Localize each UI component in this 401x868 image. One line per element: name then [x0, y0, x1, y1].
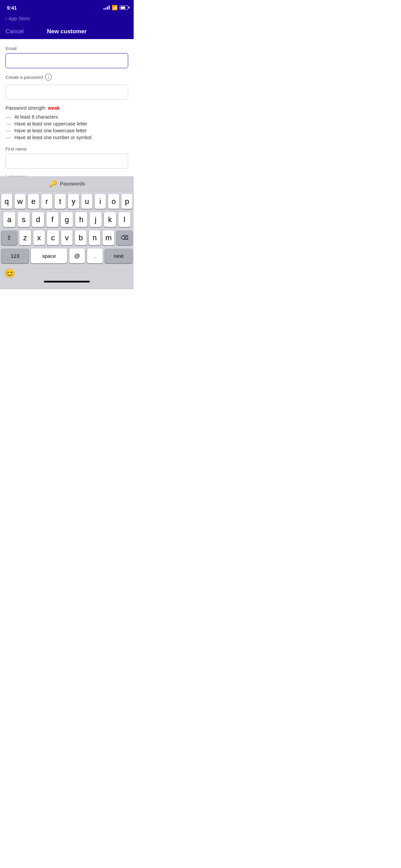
- dot-key[interactable]: .: [87, 249, 103, 263]
- key-row-4: 123 space @ . next: [1, 249, 132, 263]
- keyboard: 🔑 Passwords q w e r t y u i o p a s d f …: [0, 176, 134, 289]
- first-name-input[interactable]: [5, 154, 128, 169]
- key-o[interactable]: o: [108, 194, 119, 209]
- at-key[interactable]: @: [69, 249, 85, 263]
- key-x[interactable]: x: [33, 230, 45, 245]
- req-item: — Have at least one uppercase letter: [5, 121, 128, 126]
- key-d[interactable]: d: [32, 212, 44, 227]
- req-text: Have at least one lowercase letter: [14, 128, 87, 133]
- password-label-row: Create a password i: [5, 74, 128, 81]
- password-label: Create a password: [5, 75, 43, 80]
- key-l[interactable]: l: [118, 212, 131, 227]
- wifi-icon: 📶: [112, 5, 118, 10]
- key-p[interactable]: p: [121, 194, 133, 209]
- status-bar: 9:41 📶: [0, 0, 134, 15]
- key-row-2: a s d f g h j k l: [1, 212, 132, 227]
- key-z[interactable]: z: [19, 230, 31, 245]
- key-q[interactable]: q: [1, 194, 12, 209]
- password-requirements: — At least 8 characters — Have at least …: [5, 114, 128, 140]
- strength-value: weak: [48, 105, 60, 111]
- req-text: At least 8 characters: [14, 114, 58, 120]
- keyboard-bottom-bar: 😊: [0, 267, 134, 279]
- emoji-button[interactable]: 😊: [4, 268, 15, 279]
- status-time: 9:41: [7, 5, 17, 11]
- req-dash: —: [5, 114, 12, 120]
- page-title: New customer: [47, 28, 87, 35]
- numbers-key[interactable]: 123: [1, 249, 29, 263]
- signal-icon: [104, 5, 110, 10]
- key-f[interactable]: f: [46, 212, 59, 227]
- key-g[interactable]: g: [61, 212, 73, 227]
- key-h[interactable]: h: [75, 212, 87, 227]
- key-w[interactable]: w: [14, 194, 26, 209]
- battery-icon: [120, 5, 128, 10]
- key-i[interactable]: i: [95, 194, 106, 209]
- key-u[interactable]: u: [81, 194, 93, 209]
- req-item: — Have at least one lowercase letter: [5, 128, 128, 133]
- space-key[interactable]: space: [31, 249, 67, 263]
- next-key[interactable]: next: [105, 249, 132, 263]
- req-dash: —: [5, 121, 12, 126]
- info-icon[interactable]: i: [45, 74, 52, 81]
- key-n[interactable]: n: [89, 230, 101, 245]
- passwords-bar[interactable]: 🔑 Passwords: [0, 176, 134, 191]
- key-r[interactable]: r: [41, 194, 52, 209]
- app-store-back-bar: ‹ App Store: [0, 15, 134, 24]
- key-j[interactable]: j: [89, 212, 102, 227]
- key-e[interactable]: e: [28, 194, 39, 209]
- password-input[interactable]: [5, 85, 128, 100]
- password-strength-row: Password strength: weak: [5, 105, 128, 111]
- key-row-3: ⇧ z x c v b n m ⌫: [1, 230, 132, 245]
- req-item: — At least 8 characters: [5, 114, 128, 120]
- status-icons: 📶: [104, 5, 128, 10]
- app-store-back-label[interactable]: App Store: [9, 16, 30, 21]
- key-c[interactable]: c: [47, 230, 59, 245]
- key-s[interactable]: s: [17, 212, 30, 227]
- strength-label: Password strength:: [5, 105, 47, 111]
- backspace-key[interactable]: ⌫: [117, 230, 132, 245]
- passwords-label: Passwords: [60, 181, 85, 186]
- key-k[interactable]: k: [104, 212, 116, 227]
- key-v[interactable]: v: [61, 230, 73, 245]
- req-text: Have at least one number or symbol: [14, 135, 92, 140]
- home-indicator: [44, 281, 90, 282]
- req-item: — Have at least one number or symbol: [5, 135, 128, 140]
- keyboard-rows: q w e r t y u i o p a s d f g h j k l ⇧ …: [0, 191, 134, 263]
- key-icon: 🔑: [49, 180, 57, 188]
- first-name-label: First name: [5, 146, 128, 152]
- req-text: Have at least one uppercase letter: [14, 121, 87, 126]
- key-y[interactable]: y: [68, 194, 79, 209]
- req-dash: —: [5, 135, 12, 140]
- key-row-1: q w e r t y u i o p: [1, 194, 132, 209]
- cancel-button[interactable]: Cancel: [5, 28, 24, 35]
- key-a[interactable]: a: [3, 212, 15, 227]
- key-m[interactable]: m: [102, 230, 114, 245]
- email-label: Email: [5, 46, 128, 51]
- back-chevron-icon: ‹: [5, 16, 7, 21]
- key-t[interactable]: t: [54, 194, 66, 209]
- shift-key[interactable]: ⇧: [1, 230, 17, 245]
- email-input[interactable]: [5, 53, 128, 68]
- key-b[interactable]: b: [75, 230, 87, 245]
- req-dash: —: [5, 128, 12, 133]
- nav-bar: Cancel New customer: [0, 24, 134, 39]
